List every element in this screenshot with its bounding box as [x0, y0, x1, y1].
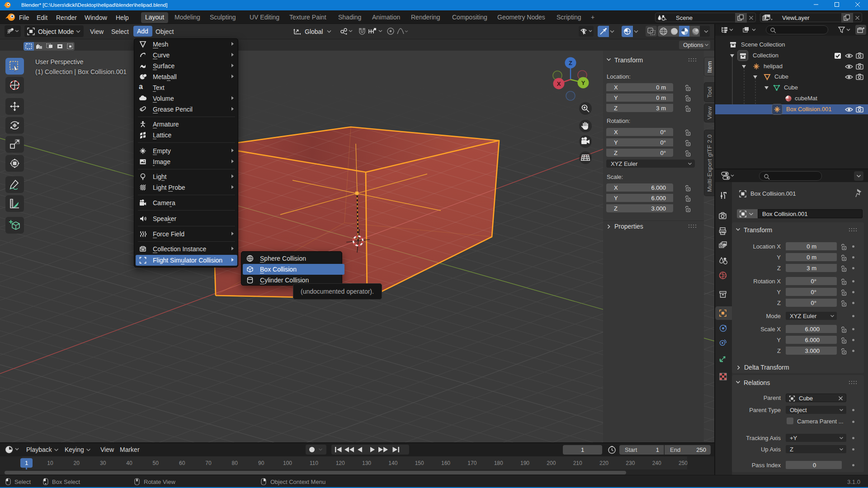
svg-text:Y: Y	[581, 80, 585, 86]
svg-text:X: X	[557, 80, 561, 87]
svg-text:Z: Z	[569, 60, 572, 66]
